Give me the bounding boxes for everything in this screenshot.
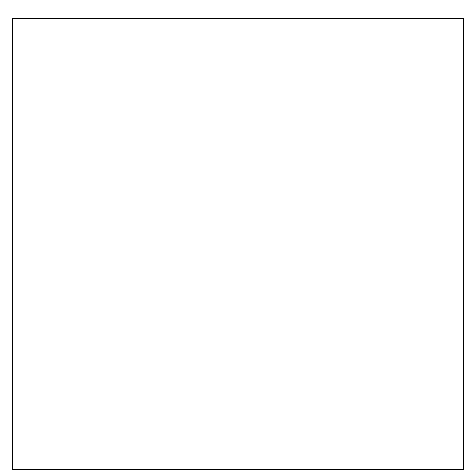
chart-container bbox=[0, 0, 476, 476]
plot-frame bbox=[12, 18, 464, 470]
bottleneck-curve bbox=[13, 19, 463, 469]
